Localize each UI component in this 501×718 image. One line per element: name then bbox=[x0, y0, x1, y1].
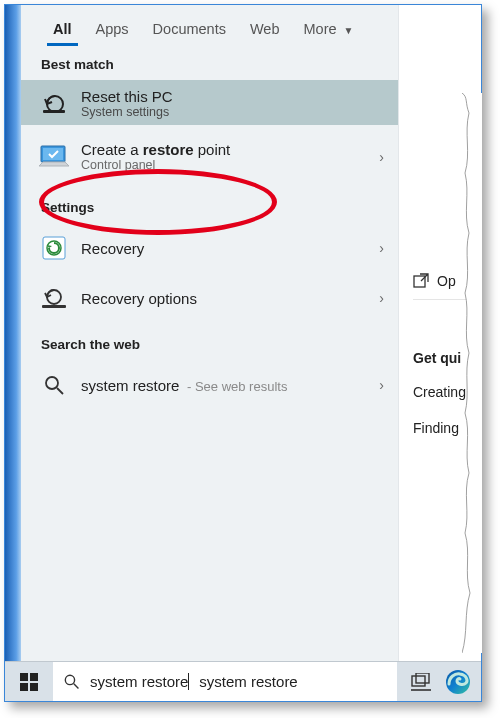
chevron-right-icon: › bbox=[379, 149, 384, 165]
search-panel: All Apps Documents Web More ▼ Best match bbox=[21, 5, 399, 661]
open-icon bbox=[413, 273, 429, 289]
result-recovery[interactable]: Recovery › bbox=[21, 223, 398, 273]
preview-open[interactable]: Op bbox=[413, 263, 481, 300]
search-icon bbox=[39, 370, 69, 400]
taskbar-search-box[interactable]: system restore bbox=[53, 662, 397, 701]
svg-rect-12 bbox=[30, 673, 38, 681]
tab-documents[interactable]: Documents bbox=[141, 13, 238, 43]
preview-getquick-head: Get qui bbox=[413, 350, 481, 366]
svg-rect-18 bbox=[416, 673, 429, 683]
tab-web[interactable]: Web bbox=[238, 13, 292, 43]
svg-rect-7 bbox=[42, 305, 66, 308]
result-restore-point[interactable]: Create a restore point Control panel › bbox=[21, 125, 398, 186]
chevron-right-icon: › bbox=[379, 377, 384, 393]
chevron-down-icon: ▼ bbox=[344, 25, 354, 36]
svg-rect-11 bbox=[20, 673, 28, 681]
svg-rect-1 bbox=[43, 110, 65, 113]
result-recovery-title: Recovery bbox=[81, 240, 367, 257]
tab-all[interactable]: All bbox=[41, 13, 84, 43]
edge-icon bbox=[445, 669, 471, 695]
section-search-web: Search the web bbox=[21, 323, 398, 360]
svg-point-8 bbox=[46, 377, 58, 389]
preview-pane: Op Get qui Creating Finding bbox=[399, 5, 481, 661]
tab-more[interactable]: More ▼ bbox=[292, 13, 366, 43]
best-match-result[interactable]: Reset this PC System settings bbox=[21, 80, 398, 125]
svg-rect-17 bbox=[412, 676, 425, 686]
reset-pc-icon bbox=[39, 89, 69, 119]
scope-tabs: All Apps Documents Web More ▼ bbox=[21, 5, 398, 43]
svg-rect-3 bbox=[43, 148, 63, 160]
edge-browser-button[interactable] bbox=[445, 669, 471, 695]
result-restore-point-sub: Control panel bbox=[81, 158, 367, 172]
preview-open-label: Op bbox=[437, 273, 456, 289]
result-web-search[interactable]: system restore - See web results › bbox=[21, 360, 398, 410]
text-caret bbox=[188, 673, 189, 690]
result-web-title: system restore - See web results bbox=[81, 377, 367, 394]
best-match-title: Reset this PC bbox=[81, 88, 173, 105]
section-settings: Settings bbox=[21, 186, 398, 223]
recovery-options-icon bbox=[39, 283, 69, 313]
search-input-text[interactable]: system restore bbox=[90, 673, 188, 690]
svg-rect-14 bbox=[30, 683, 38, 691]
svg-rect-13 bbox=[20, 683, 28, 691]
search-icon bbox=[63, 673, 80, 690]
section-best-match: Best match bbox=[21, 43, 398, 80]
result-restore-point-title: Create a restore point bbox=[81, 141, 367, 158]
taskbar: system restore bbox=[5, 661, 481, 701]
svg-point-15 bbox=[65, 675, 74, 684]
windows-logo-icon bbox=[20, 673, 38, 691]
result-recovery-options-title: Recovery options bbox=[81, 290, 367, 307]
svg-line-16 bbox=[74, 684, 79, 689]
result-recovery-options[interactable]: Recovery options › bbox=[21, 273, 398, 323]
recovery-icon bbox=[39, 233, 69, 263]
preview-link-finding[interactable]: Finding bbox=[413, 410, 481, 446]
svg-rect-10 bbox=[414, 276, 425, 287]
preview-link-creating[interactable]: Creating bbox=[413, 374, 481, 410]
task-view-icon bbox=[411, 673, 431, 691]
chevron-right-icon: › bbox=[379, 290, 384, 306]
monitor-icon bbox=[39, 142, 69, 172]
left-accent-strip bbox=[5, 5, 21, 701]
search-input[interactable] bbox=[199, 673, 387, 690]
svg-line-9 bbox=[57, 388, 63, 394]
tab-apps[interactable]: Apps bbox=[84, 13, 141, 43]
chevron-right-icon: › bbox=[379, 240, 384, 256]
task-view-button[interactable] bbox=[411, 673, 431, 691]
tab-more-label: More bbox=[304, 21, 337, 37]
best-match-sub: System settings bbox=[81, 105, 173, 119]
start-button[interactable] bbox=[5, 662, 53, 701]
